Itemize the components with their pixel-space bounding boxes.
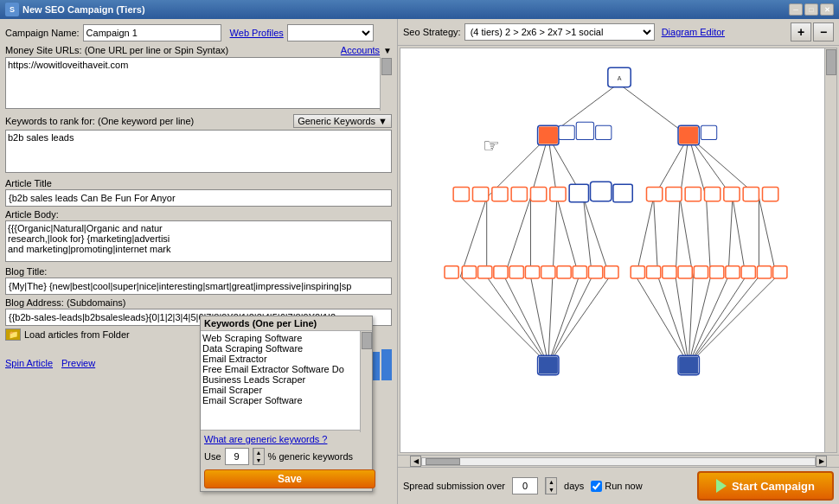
spin-article-link[interactable]: Spin Article <box>5 358 53 368</box>
svg-rect-68 <box>613 184 632 201</box>
popup-title: Keywords (One per Line) <box>201 316 372 331</box>
svg-line-44 <box>688 277 777 365</box>
money-site-label: Money Site URLs: (One URL per line or Sp… <box>5 45 228 55</box>
svg-line-28 <box>460 277 548 365</box>
vertical-scrollbar[interactable] <box>824 48 836 452</box>
preview-link[interactable]: Preview <box>61 358 95 368</box>
network-diagram: A <box>400 48 836 452</box>
scroll-right-button[interactable]: ▶ <box>816 456 827 467</box>
svg-line-19 <box>636 198 653 277</box>
article-title-label: Article Title <box>5 178 392 188</box>
horizontal-scroll-track[interactable] <box>421 457 816 466</box>
svg-line-11 <box>460 198 486 277</box>
svg-rect-57 <box>530 187 546 201</box>
svg-rect-65 <box>762 187 778 201</box>
article-body-textarea[interactable]: {{{Organic|Natural|Organic and natur res… <box>5 220 392 262</box>
days-spinner[interactable]: ▲ ▼ <box>545 477 557 494</box>
what-are-generic-keywords-link[interactable]: What are generic keywords ? <box>201 432 372 446</box>
svg-rect-61 <box>685 187 701 201</box>
svg-line-18 <box>583 198 609 277</box>
maximize-button[interactable]: □ <box>804 3 818 16</box>
spinner-down-button[interactable]: ▼ <box>253 456 264 464</box>
start-campaign-button[interactable]: Start Campaign <box>697 471 834 501</box>
close-button[interactable]: ✕ <box>820 3 834 16</box>
blog-title-input[interactable] <box>5 278 392 295</box>
svg-line-32 <box>548 277 553 365</box>
svg-line-23 <box>707 198 711 277</box>
zoom-in-button[interactable]: + <box>791 22 811 41</box>
popup-scrollbar[interactable] <box>360 331 372 432</box>
svg-rect-52 <box>701 125 716 139</box>
svg-line-24 <box>728 198 733 277</box>
money-site-textarea[interactable]: https://wowitloveithaveit.com <box>5 57 392 109</box>
vertical-scroll-thumb[interactable] <box>826 49 836 75</box>
svg-line-34 <box>548 277 592 365</box>
diagram-editor-link[interactable]: Diagram Editor <box>662 27 725 37</box>
minimize-button[interactable]: ─ <box>789 3 803 16</box>
svg-line-17 <box>583 198 592 277</box>
svg-line-29 <box>487 277 548 365</box>
title-bar: S New SEO Campaign (Tiers) ─ □ ✕ <box>0 0 839 19</box>
svg-rect-78 <box>588 266 602 278</box>
use-percent-row: Use ▲ ▼ % generic keywords <box>201 446 372 467</box>
generic-keywords-button[interactable]: Generic Keywords ▼ <box>293 114 392 128</box>
svg-rect-66 <box>569 184 588 201</box>
horizontal-scroll-thumb[interactable] <box>426 458 460 465</box>
svg-rect-72 <box>494 266 508 278</box>
keywords-section: b2b sales leads Keywords (One per Line) … <box>5 130 392 175</box>
spinner-up-button[interactable]: ▲ <box>253 449 264 456</box>
svg-line-38 <box>676 277 688 365</box>
right-bottom-bar: Spread submission over ▲ ▼ days Run now … <box>398 467 839 504</box>
run-now-row: Run now <box>591 481 642 492</box>
web-profiles-select[interactable] <box>287 24 374 41</box>
svg-rect-60 <box>666 187 682 201</box>
node-tier1-left <box>538 125 559 144</box>
zoom-buttons: + − <box>791 22 834 41</box>
svg-rect-75 <box>541 266 555 278</box>
popup-keywords-textarea[interactable]: Web Scraping Software Data Scraping Soft… <box>201 331 372 431</box>
use-label: Use <box>204 451 221 462</box>
textarea-scrollbar[interactable] <box>380 57 392 111</box>
run-now-checkbox[interactable] <box>591 481 602 492</box>
popup-scroll-thumb[interactable] <box>362 332 372 349</box>
zoom-out-button[interactable]: − <box>813 22 834 41</box>
accounts-link[interactable]: Accounts <box>341 45 380 55</box>
generic-keywords-popup: Keywords (One per Line) Web Scraping Sof… <box>200 316 373 492</box>
popup-keywords-wrapper: Web Scraping Software Data Scraping Soft… <box>201 331 372 432</box>
svg-rect-49 <box>559 125 574 139</box>
folder-icon-button[interactable]: 📁 <box>5 329 21 341</box>
days-input[interactable] <box>512 477 538 494</box>
web-profiles-link[interactable]: Web Profiles <box>230 28 284 38</box>
svg-text:A: A <box>618 75 622 82</box>
svg-line-16 <box>557 198 579 277</box>
main-content: Campaign Name: Web Profiles Money Site U… <box>0 19 839 504</box>
svg-rect-77 <box>573 266 586 278</box>
keywords-textarea[interactable]: b2b sales leads <box>5 130 392 173</box>
scrollbar-thumb[interactable] <box>381 58 392 75</box>
svg-line-22 <box>680 198 693 277</box>
campaign-name-input[interactable] <box>83 24 221 41</box>
left-panel: Campaign Name: Web Profiles Money Site U… <box>0 19 398 504</box>
diagram-area[interactable]: ☞ <box>400 48 837 453</box>
horizontal-scrollbar[interactable]: ◀ ▶ <box>398 455 839 467</box>
svg-rect-64 <box>743 187 759 201</box>
svg-rect-79 <box>605 266 618 278</box>
scroll-left-button[interactable]: ◀ <box>410 456 421 467</box>
accounts-row: Money Site URLs: (One URL per line or Sp… <box>5 45 392 55</box>
svg-rect-70 <box>462 266 476 278</box>
days-spinner-up[interactable]: ▲ <box>546 478 556 486</box>
article-title-input[interactable] <box>5 189 392 207</box>
money-site-container: https://wowitloveithaveit.com <box>5 57 392 111</box>
svg-rect-59 <box>646 187 662 201</box>
svg-line-35 <box>548 277 610 365</box>
accounts-arrow-icon[interactable]: ▼ <box>383 46 392 55</box>
svg-rect-63 <box>724 187 740 201</box>
percent-input[interactable] <box>225 448 249 465</box>
seo-strategy-select[interactable]: (4 tiers) 2 > 2x6 > 2x7 >1 social <box>464 23 655 41</box>
percent-spinner[interactable]: ▲ ▼ <box>253 448 265 465</box>
days-spinner-down[interactable]: ▼ <box>546 486 556 494</box>
svg-line-15 <box>553 198 557 277</box>
svg-line-33 <box>548 277 580 365</box>
generic-label: % generic keywords <box>268 451 353 462</box>
save-button[interactable]: Save <box>204 469 375 488</box>
